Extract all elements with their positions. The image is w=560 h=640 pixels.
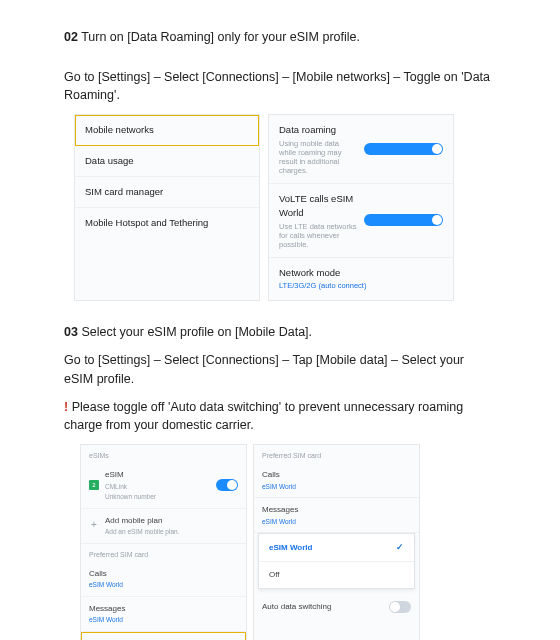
warning-text: Please toggle off 'Auto data switching' …: [64, 400, 463, 432]
auto-data-switching-row: Auto data switching: [254, 595, 419, 619]
step-02-num: 02: [64, 30, 78, 44]
calls-row-r[interactable]: Calls eSIM World: [254, 463, 419, 498]
mobile-data-dropdown: eSIM World ✓ Off: [258, 533, 415, 589]
data-roaming-toggle[interactable]: [364, 143, 443, 155]
mobile-networks-row[interactable]: Mobile networks: [75, 115, 259, 146]
plus-icon: +: [89, 518, 99, 533]
network-mode-row[interactable]: Network mode LTE/3G/2G (auto connect): [269, 258, 453, 301]
sim-card-manager-row[interactable]: SIM card manager: [75, 177, 259, 208]
data-roaming-row: Data roaming Using mobile data while roa…: [269, 115, 453, 184]
messages-row[interactable]: Messages eSIM World: [81, 597, 246, 632]
step-03-instruction: Go to [Settings] – Select [Connections] …: [64, 351, 496, 387]
step-03-title: Select your eSIM profile on [Mobile Data…: [78, 325, 312, 339]
mobile-data-row[interactable]: Mobile data eSIM World: [81, 632, 246, 640]
preferred-sim-section-label: Preferred SIM card: [81, 544, 246, 562]
check-icon: ✓: [396, 541, 404, 554]
esims-section-label: eSIMs: [81, 445, 246, 463]
esim-toggle[interactable]: [216, 479, 238, 491]
step-03-warning: ! Please toggle off 'Auto data switching…: [64, 398, 496, 434]
figure-2-left-panel: eSIMs 2 eSIM CMLink Unknown number + Add…: [80, 444, 247, 640]
figure-1: Mobile networks Data usage SIM card mana…: [74, 114, 454, 301]
dropdown-option-off[interactable]: Off: [259, 561, 414, 588]
figure-2-right-panel: Preferred SIM card Calls eSIM World Mess…: [253, 444, 420, 640]
auto-data-switching-toggle[interactable]: [389, 601, 411, 613]
volte-row: VoLTE calls eSIM World Use LTE data netw…: [269, 184, 453, 258]
step-02-heading: 02 Turn on [Data Roaming] only for your …: [64, 28, 496, 46]
figure-2: eSIMs 2 eSIM CMLink Unknown number + Add…: [80, 444, 420, 640]
calls-row[interactable]: Calls eSIM World: [81, 562, 246, 597]
preferred-sim-section-label-r: Preferred SIM card: [254, 445, 419, 463]
esim-entry-row[interactable]: 2 eSIM CMLink Unknown number: [81, 463, 246, 508]
messages-row-r[interactable]: Messages eSIM World: [254, 498, 419, 533]
figure-1-right-panel: Data roaming Using mobile data while roa…: [268, 114, 454, 301]
sim-badge-icon: 2: [89, 480, 99, 490]
data-usage-row[interactable]: Data usage: [75, 146, 259, 177]
step-03-num: 03: [64, 325, 78, 339]
step-02-title: Turn on [Data Roaming] only for your eSI…: [78, 30, 360, 44]
dropdown-option-esim-world[interactable]: eSIM World ✓: [259, 534, 414, 561]
figure-1-left-panel: Mobile networks Data usage SIM card mana…: [74, 114, 260, 301]
add-mobile-plan-row[interactable]: + Add mobile plan Add an eSIM mobile pla…: [81, 509, 246, 544]
step-03-heading: 03 Select your eSIM profile on [Mobile D…: [64, 323, 496, 341]
hotspot-tethering-row[interactable]: Mobile Hotspot and Tethering: [75, 208, 259, 238]
step-02-instruction: Go to [Settings] – Select [Connections] …: [64, 68, 496, 104]
volte-toggle[interactable]: [364, 214, 443, 226]
